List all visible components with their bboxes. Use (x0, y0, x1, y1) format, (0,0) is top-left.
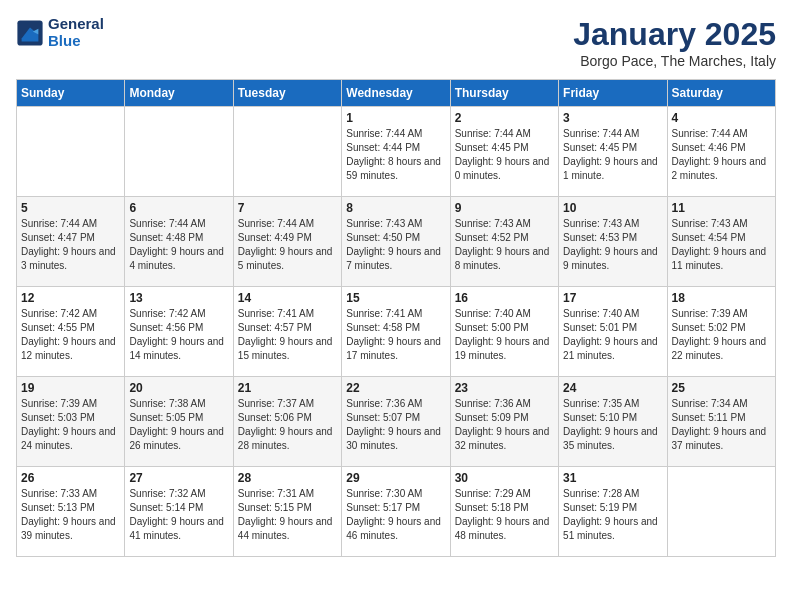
calendar-cell: 7Sunrise: 7:44 AM Sunset: 4:49 PM Daylig… (233, 197, 341, 287)
day-info: Sunrise: 7:43 AM Sunset: 4:54 PM Dayligh… (672, 217, 771, 273)
day-info: Sunrise: 7:30 AM Sunset: 5:17 PM Dayligh… (346, 487, 445, 543)
day-info: Sunrise: 7:39 AM Sunset: 5:03 PM Dayligh… (21, 397, 120, 453)
calendar-week-row: 5Sunrise: 7:44 AM Sunset: 4:47 PM Daylig… (17, 197, 776, 287)
calendar-week-row: 19Sunrise: 7:39 AM Sunset: 5:03 PM Dayli… (17, 377, 776, 467)
day-info: Sunrise: 7:40 AM Sunset: 5:00 PM Dayligh… (455, 307, 554, 363)
calendar-cell: 17Sunrise: 7:40 AM Sunset: 5:01 PM Dayli… (559, 287, 667, 377)
day-info: Sunrise: 7:40 AM Sunset: 5:01 PM Dayligh… (563, 307, 662, 363)
location-subtitle: Borgo Pace, The Marches, Italy (573, 53, 776, 69)
calendar-cell: 19Sunrise: 7:39 AM Sunset: 5:03 PM Dayli… (17, 377, 125, 467)
weekday-header-row: SundayMondayTuesdayWednesdayThursdayFrid… (17, 80, 776, 107)
day-number: 3 (563, 111, 662, 125)
day-number: 12 (21, 291, 120, 305)
day-number: 4 (672, 111, 771, 125)
calendar-cell: 18Sunrise: 7:39 AM Sunset: 5:02 PM Dayli… (667, 287, 775, 377)
day-info: Sunrise: 7:28 AM Sunset: 5:19 PM Dayligh… (563, 487, 662, 543)
logo: General Blue (16, 16, 104, 49)
logo-text-line1: General (48, 16, 104, 33)
calendar-body: 1Sunrise: 7:44 AM Sunset: 4:44 PM Daylig… (17, 107, 776, 557)
day-number: 23 (455, 381, 554, 395)
calendar-cell: 24Sunrise: 7:35 AM Sunset: 5:10 PM Dayli… (559, 377, 667, 467)
calendar-cell: 10Sunrise: 7:43 AM Sunset: 4:53 PM Dayli… (559, 197, 667, 287)
weekday-header-cell: Wednesday (342, 80, 450, 107)
day-info: Sunrise: 7:43 AM Sunset: 4:53 PM Dayligh… (563, 217, 662, 273)
title-block: January 2025 Borgo Pace, The Marches, It… (573, 16, 776, 69)
calendar-cell: 8Sunrise: 7:43 AM Sunset: 4:50 PM Daylig… (342, 197, 450, 287)
weekday-header-cell: Friday (559, 80, 667, 107)
calendar-week-row: 26Sunrise: 7:33 AM Sunset: 5:13 PM Dayli… (17, 467, 776, 557)
calendar-cell: 13Sunrise: 7:42 AM Sunset: 4:56 PM Dayli… (125, 287, 233, 377)
calendar-cell: 25Sunrise: 7:34 AM Sunset: 5:11 PM Dayli… (667, 377, 775, 467)
day-info: Sunrise: 7:44 AM Sunset: 4:49 PM Dayligh… (238, 217, 337, 273)
day-number: 9 (455, 201, 554, 215)
calendar-cell: 3Sunrise: 7:44 AM Sunset: 4:45 PM Daylig… (559, 107, 667, 197)
day-number: 6 (129, 201, 228, 215)
day-number: 29 (346, 471, 445, 485)
day-number: 8 (346, 201, 445, 215)
day-number: 10 (563, 201, 662, 215)
calendar-cell: 6Sunrise: 7:44 AM Sunset: 4:48 PM Daylig… (125, 197, 233, 287)
weekday-header-cell: Monday (125, 80, 233, 107)
day-number: 7 (238, 201, 337, 215)
calendar-cell: 2Sunrise: 7:44 AM Sunset: 4:45 PM Daylig… (450, 107, 558, 197)
calendar-cell: 1Sunrise: 7:44 AM Sunset: 4:44 PM Daylig… (342, 107, 450, 197)
calendar-cell (17, 107, 125, 197)
day-number: 2 (455, 111, 554, 125)
weekday-header-cell: Saturday (667, 80, 775, 107)
calendar-cell: 20Sunrise: 7:38 AM Sunset: 5:05 PM Dayli… (125, 377, 233, 467)
day-number: 19 (21, 381, 120, 395)
day-info: Sunrise: 7:43 AM Sunset: 4:52 PM Dayligh… (455, 217, 554, 273)
day-info: Sunrise: 7:39 AM Sunset: 5:02 PM Dayligh… (672, 307, 771, 363)
day-info: Sunrise: 7:36 AM Sunset: 5:07 PM Dayligh… (346, 397, 445, 453)
calendar-cell: 14Sunrise: 7:41 AM Sunset: 4:57 PM Dayli… (233, 287, 341, 377)
calendar-cell: 29Sunrise: 7:30 AM Sunset: 5:17 PM Dayli… (342, 467, 450, 557)
day-number: 24 (563, 381, 662, 395)
day-info: Sunrise: 7:41 AM Sunset: 4:57 PM Dayligh… (238, 307, 337, 363)
day-number: 5 (21, 201, 120, 215)
calendar-cell: 26Sunrise: 7:33 AM Sunset: 5:13 PM Dayli… (17, 467, 125, 557)
calendar-cell: 16Sunrise: 7:40 AM Sunset: 5:00 PM Dayli… (450, 287, 558, 377)
day-number: 16 (455, 291, 554, 305)
calendar-cell: 22Sunrise: 7:36 AM Sunset: 5:07 PM Dayli… (342, 377, 450, 467)
day-info: Sunrise: 7:34 AM Sunset: 5:11 PM Dayligh… (672, 397, 771, 453)
calendar-cell: 21Sunrise: 7:37 AM Sunset: 5:06 PM Dayli… (233, 377, 341, 467)
calendar-cell: 5Sunrise: 7:44 AM Sunset: 4:47 PM Daylig… (17, 197, 125, 287)
weekday-header-cell: Sunday (17, 80, 125, 107)
calendar-cell (667, 467, 775, 557)
day-number: 30 (455, 471, 554, 485)
day-info: Sunrise: 7:41 AM Sunset: 4:58 PM Dayligh… (346, 307, 445, 363)
day-info: Sunrise: 7:32 AM Sunset: 5:14 PM Dayligh… (129, 487, 228, 543)
day-info: Sunrise: 7:44 AM Sunset: 4:45 PM Dayligh… (455, 127, 554, 183)
calendar-week-row: 1Sunrise: 7:44 AM Sunset: 4:44 PM Daylig… (17, 107, 776, 197)
day-number: 14 (238, 291, 337, 305)
day-info: Sunrise: 7:44 AM Sunset: 4:46 PM Dayligh… (672, 127, 771, 183)
logo-icon (16, 19, 44, 47)
page-header: General Blue January 2025 Borgo Pace, Th… (16, 16, 776, 69)
calendar-cell: 11Sunrise: 7:43 AM Sunset: 4:54 PM Dayli… (667, 197, 775, 287)
day-info: Sunrise: 7:42 AM Sunset: 4:56 PM Dayligh… (129, 307, 228, 363)
day-number: 21 (238, 381, 337, 395)
calendar-cell: 23Sunrise: 7:36 AM Sunset: 5:09 PM Dayli… (450, 377, 558, 467)
day-info: Sunrise: 7:38 AM Sunset: 5:05 PM Dayligh… (129, 397, 228, 453)
day-number: 17 (563, 291, 662, 305)
day-info: Sunrise: 7:37 AM Sunset: 5:06 PM Dayligh… (238, 397, 337, 453)
calendar-cell: 31Sunrise: 7:28 AM Sunset: 5:19 PM Dayli… (559, 467, 667, 557)
day-number: 20 (129, 381, 228, 395)
calendar-table: SundayMondayTuesdayWednesdayThursdayFrid… (16, 79, 776, 557)
calendar-cell: 4Sunrise: 7:44 AM Sunset: 4:46 PM Daylig… (667, 107, 775, 197)
logo-text-line2: Blue (48, 33, 104, 50)
day-number: 31 (563, 471, 662, 485)
calendar-cell: 27Sunrise: 7:32 AM Sunset: 5:14 PM Dayli… (125, 467, 233, 557)
calendar-cell: 30Sunrise: 7:29 AM Sunset: 5:18 PM Dayli… (450, 467, 558, 557)
day-info: Sunrise: 7:44 AM Sunset: 4:44 PM Dayligh… (346, 127, 445, 183)
calendar-cell (233, 107, 341, 197)
day-info: Sunrise: 7:33 AM Sunset: 5:13 PM Dayligh… (21, 487, 120, 543)
weekday-header-cell: Tuesday (233, 80, 341, 107)
day-number: 15 (346, 291, 445, 305)
calendar-cell: 28Sunrise: 7:31 AM Sunset: 5:15 PM Dayli… (233, 467, 341, 557)
day-info: Sunrise: 7:44 AM Sunset: 4:45 PM Dayligh… (563, 127, 662, 183)
calendar-cell: 12Sunrise: 7:42 AM Sunset: 4:55 PM Dayli… (17, 287, 125, 377)
day-number: 11 (672, 201, 771, 215)
day-number: 28 (238, 471, 337, 485)
day-info: Sunrise: 7:29 AM Sunset: 5:18 PM Dayligh… (455, 487, 554, 543)
